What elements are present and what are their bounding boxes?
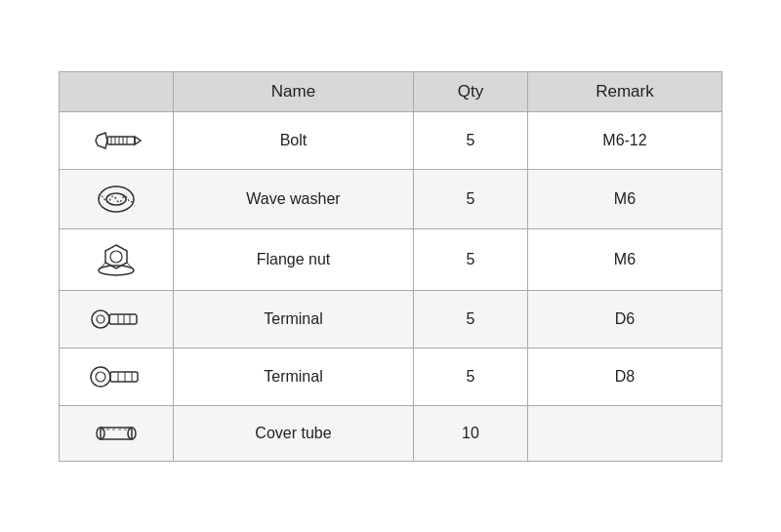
svg-rect-23 <box>110 372 138 382</box>
svg-marker-1 <box>96 133 107 148</box>
terminal-d6-icon <box>60 290 174 348</box>
table-row: Terminal 5 D8 <box>60 348 722 405</box>
terminal-d8-name: Terminal <box>174 348 414 405</box>
terminal-d8-remark: D8 <box>527 348 721 405</box>
terminal-d8-icon <box>60 348 174 405</box>
wave-washer-qty: 5 <box>413 169 527 228</box>
svg-point-10 <box>99 266 134 275</box>
flange-nut-name: Flange nut <box>174 228 414 290</box>
flange-nut-qty: 5 <box>413 228 527 290</box>
cover-tube-icon <box>60 405 174 461</box>
wave-washer-icon <box>60 169 174 228</box>
terminal-d6-name: Terminal <box>174 290 414 348</box>
terminal-d8-qty: 5 <box>413 348 527 405</box>
svg-point-15 <box>92 310 109 328</box>
header-name: Name <box>174 71 414 111</box>
svg-rect-17 <box>109 314 137 324</box>
bolt-icon <box>60 111 174 169</box>
bolt-qty: 5 <box>413 111 527 169</box>
svg-point-9 <box>106 193 126 205</box>
header-qty: Qty <box>413 71 527 111</box>
flange-nut-remark: M6 <box>527 228 721 290</box>
wave-washer-name: Wave washer <box>174 169 414 228</box>
table-row: Terminal 5 D6 <box>60 290 722 348</box>
flange-nut-icon <box>60 228 174 290</box>
svg-point-16 <box>97 315 104 323</box>
table-row: Wave washer 5 M6 <box>60 169 722 228</box>
table-row: Flange nut 5 M6 <box>60 228 722 290</box>
terminal-d6-qty: 5 <box>413 290 527 348</box>
table-row: Bolt 5 M6-12 <box>60 111 722 169</box>
cover-tube-remark <box>527 405 721 461</box>
bolt-name: Bolt <box>174 111 414 169</box>
table-header-row: Name Qty Remark <box>60 71 722 111</box>
wave-washer-remark: M6 <box>527 169 721 228</box>
svg-point-22 <box>96 372 105 382</box>
parts-table-container: Name Qty Remark <box>59 71 722 462</box>
table-row: Cover tube 10 <box>60 405 722 461</box>
header-remark: Remark <box>527 71 721 111</box>
terminal-d6-remark: D6 <box>527 290 721 348</box>
header-icon <box>60 71 174 111</box>
svg-marker-7 <box>135 137 141 144</box>
cover-tube-name: Cover tube <box>174 405 414 461</box>
svg-point-12 <box>110 251 122 263</box>
svg-point-21 <box>91 367 110 387</box>
parts-table: Name Qty Remark <box>59 71 722 462</box>
cover-tube-qty: 10 <box>413 405 527 461</box>
bolt-remark: M6-12 <box>527 111 721 169</box>
svg-rect-27 <box>101 428 132 439</box>
